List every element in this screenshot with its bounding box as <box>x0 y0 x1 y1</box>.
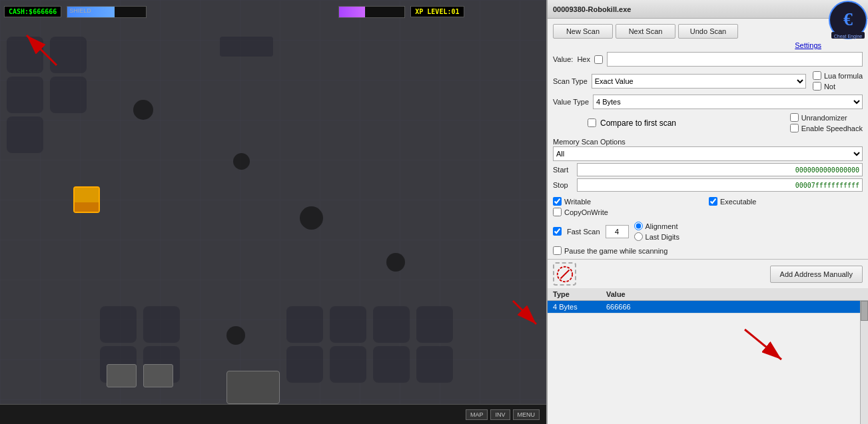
ce-logo: € Cheat Engine <box>828 0 868 43</box>
crater <box>300 206 323 230</box>
red-arrow-results <box>738 326 791 366</box>
lastdigits-label: Last Digits <box>646 233 679 241</box>
value-type-label: Value Type <box>553 98 589 106</box>
crater <box>233 153 250 170</box>
alignment-row: Alignment <box>634 222 679 230</box>
results-area: Add Address Manually Type Value 4 Bytes … <box>548 259 868 424</box>
start-input[interactable] <box>577 163 863 176</box>
results-table: Type Value 4 Bytes 666666 <box>548 288 868 424</box>
scan-type-select[interactable]: Exact Value <box>592 74 806 89</box>
executable-label: Executable <box>720 198 756 206</box>
fastscan-checkbox[interactable] <box>553 227 562 236</box>
value-label: Value: <box>553 55 573 63</box>
undo-scan-button[interactable]: Undo Scan <box>678 24 738 39</box>
right-options: Lua formula Not <box>813 71 863 91</box>
alignment-radio[interactable] <box>634 222 643 230</box>
hud-xp-level: XP LEVEL:01 <box>410 6 464 17</box>
game-panel: CASH:$666666 SHIELD XP LEVEL:01 <box>0 0 546 424</box>
col-type-header: Type <box>553 290 606 298</box>
fastscan-section: Fast Scan Alignment Last Digits <box>548 219 868 244</box>
hex-checkbox[interactable] <box>594 55 603 64</box>
compare-first-checkbox[interactable] <box>588 118 596 127</box>
unrandomizer-row: Unrandomizer <box>790 113 863 122</box>
copyonwrite-label: CopyOnWrite <box>564 208 608 216</box>
scrollbar-thumb <box>861 301 868 321</box>
svg-text:€: € <box>843 9 853 29</box>
result-row[interactable]: 4 Bytes 666666 <box>548 301 868 314</box>
value-input[interactable] <box>607 52 863 67</box>
not-label: Not <box>824 83 835 91</box>
start-label: Start <box>553 166 573 174</box>
no-results-icon <box>553 262 576 286</box>
stop-label: Stop <box>553 181 573 189</box>
new-scan-button[interactable]: New Scan <box>553 24 613 39</box>
scan-type-row: Scan Type Exact Value Lua formula Not <box>548 69 868 93</box>
executable-checkbox[interactable] <box>709 197 717 206</box>
start-row: Start <box>553 163 863 176</box>
settings-link[interactable]: Settings <box>795 41 821 49</box>
executable-row: Executable <box>709 197 863 206</box>
memory-region-select[interactable]: All <box>553 146 863 161</box>
pause-label: Pause the game while scanning <box>564 247 667 255</box>
tile <box>50 77 87 113</box>
svg-line-9 <box>560 270 569 278</box>
structure-top <box>220 37 273 57</box>
right-options-2: Unrandomizer Enable Speedhack <box>790 113 863 132</box>
speedhack-checkbox[interactable] <box>790 124 799 132</box>
crater <box>386 253 405 272</box>
tile <box>100 306 137 343</box>
vehicle-2 <box>143 364 173 387</box>
robot-character <box>73 186 100 213</box>
writable-checkbox[interactable] <box>553 197 562 206</box>
value-type-row: Value Type 4 Bytes <box>548 93 868 111</box>
vehicle-1 <box>107 364 137 387</box>
speedhack-label: Enable Speedhack <box>801 124 863 132</box>
tile <box>373 306 410 343</box>
not-checkbox[interactable] <box>813 82 821 91</box>
value-section: Value: Hex <box>548 49 868 69</box>
tile <box>330 346 366 383</box>
memory-scan-label: Memory Scan Options <box>553 138 626 146</box>
ce-title-text: 00009380-Robokill.exe <box>553 5 631 13</box>
tile <box>373 346 410 383</box>
memory-scan-section: Memory Scan Options All Start Stop <box>548 134 868 194</box>
fastscan-input[interactable] <box>606 225 629 238</box>
stop-row: Stop <box>553 178 863 192</box>
stop-input[interactable] <box>577 178 863 192</box>
crater <box>133 100 153 120</box>
results-scrollbar[interactable] <box>860 301 868 424</box>
bottom-structure <box>226 371 280 404</box>
writable-row: Writable <box>553 197 707 206</box>
alignment-group: Alignment Last Digits <box>634 222 679 241</box>
copyonwrite-checkbox[interactable] <box>553 208 562 216</box>
tile <box>416 306 453 343</box>
fastscan-label: Fast Scan <box>567 228 600 236</box>
next-scan-button[interactable]: Next Scan <box>616 24 675 39</box>
add-address-button[interactable]: Add Address Manually <box>770 266 863 283</box>
compare-first-label: Compare to first scan <box>600 118 676 128</box>
lua-formula-label: Lua formula <box>824 72 863 80</box>
game-hud: CASH:$666666 SHIELD XP LEVEL:01 <box>0 0 546 23</box>
hud-cash: CASH:$666666 <box>4 6 61 17</box>
unrandomizer-checkbox[interactable] <box>790 113 799 122</box>
hex-label: Hex <box>577 55 590 63</box>
hud-shield: SHIELD <box>67 6 147 18</box>
tile <box>286 346 323 383</box>
svg-text:Cheat Engine: Cheat Engine <box>834 34 863 39</box>
lua-formula-checkbox[interactable] <box>813 71 821 80</box>
ce-toolbar: New Scan Next Scan Undo Scan <box>548 19 868 41</box>
inv-button[interactable]: INV <box>490 409 510 420</box>
result-value: 666666 <box>606 303 863 311</box>
value-type-select[interactable]: 4 Bytes <box>593 95 863 109</box>
col-value-header: Value <box>606 290 863 298</box>
game-bottom-bar: MAP INV MENU <box>0 404 546 424</box>
pause-checkbox[interactable] <box>553 246 562 255</box>
speedhack-row: Enable Speedhack <box>790 124 863 132</box>
scan-type-label: Scan Type <box>553 77 588 85</box>
hud-exp <box>338 6 405 18</box>
map-button[interactable]: MAP <box>466 409 488 420</box>
pause-section: Pause the game while scanning <box>548 244 868 258</box>
lastdigits-radio[interactable] <box>634 232 643 241</box>
result-type: 4 Bytes <box>553 303 606 311</box>
menu-button[interactable]: MENU <box>513 409 540 420</box>
